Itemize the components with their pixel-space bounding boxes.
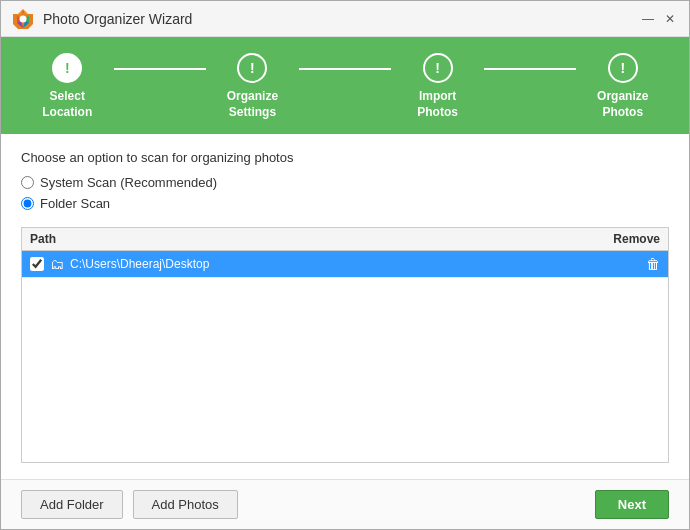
minimize-button[interactable]: — [639, 10, 657, 28]
step-import-photos[interactable]: ! ImportPhotos [391, 53, 484, 120]
footer: Add Folder Add Photos Next [1, 479, 689, 529]
step-2-label: OrganizeSettings [227, 89, 278, 120]
app-window: Photo Organizer Wizard — ✕ ! SelectLocat… [0, 0, 690, 530]
connector-1 [114, 68, 207, 70]
window-title: Photo Organizer Wizard [43, 11, 639, 27]
step-2-circle: ! [237, 53, 267, 83]
step-select-location[interactable]: ! SelectLocation [21, 53, 114, 120]
step-3-circle: ! [423, 53, 453, 83]
delete-row-button[interactable]: 🗑 [600, 256, 660, 272]
step-1-circle: ! [52, 53, 82, 83]
row-path: C:\Users\Dheeraj\Desktop [70, 257, 600, 271]
folder-scan-label[interactable]: Folder Scan [40, 196, 110, 211]
step-organize-photos[interactable]: ! OrganizePhotos [576, 53, 669, 120]
folder-icon: 🗂 [50, 256, 64, 272]
title-bar: Photo Organizer Wizard — ✕ [1, 1, 689, 37]
system-scan-label[interactable]: System Scan (Recommended) [40, 175, 217, 190]
wizard-steps: ! SelectLocation ! OrganizeSettings ! Im… [21, 53, 669, 120]
col-path-header: Path [30, 232, 600, 246]
footer-left-buttons: Add Folder Add Photos [21, 490, 595, 519]
step-4-label: OrganizePhotos [597, 89, 648, 120]
step-organize-settings[interactable]: ! OrganizeSettings [206, 53, 299, 120]
app-logo [11, 7, 35, 31]
add-folder-button[interactable]: Add Folder [21, 490, 123, 519]
step-3-label: ImportPhotos [417, 89, 458, 120]
connector-3 [484, 68, 577, 70]
folder-scan-radio[interactable] [21, 197, 34, 210]
step-4-circle: ! [608, 53, 638, 83]
connector-2 [299, 68, 392, 70]
table-header: Path Remove [22, 228, 668, 251]
table-row[interactable]: 🗂 C:\Users\Dheeraj\Desktop 🗑 [22, 251, 668, 278]
svg-point-2 [20, 15, 27, 22]
col-remove-header: Remove [600, 232, 660, 246]
row-checkbox[interactable] [30, 257, 44, 271]
scan-prompt: Choose an option to scan for organizing … [21, 150, 669, 165]
close-button[interactable]: ✕ [661, 10, 679, 28]
table-body: 🗂 C:\Users\Dheeraj\Desktop 🗑 [22, 251, 668, 462]
folder-scan-option[interactable]: Folder Scan [21, 196, 669, 211]
step-1-label: SelectLocation [42, 89, 92, 120]
main-content: Choose an option to scan for organizing … [1, 134, 689, 479]
window-controls: — ✕ [639, 10, 679, 28]
next-button[interactable]: Next [595, 490, 669, 519]
system-scan-option[interactable]: System Scan (Recommended) [21, 175, 669, 190]
folder-table: Path Remove 🗂 C:\Users\Dheeraj\Desktop 🗑 [21, 227, 669, 463]
system-scan-radio[interactable] [21, 176, 34, 189]
wizard-header: ! SelectLocation ! OrganizeSettings ! Im… [1, 37, 689, 134]
add-photos-button[interactable]: Add Photos [133, 490, 238, 519]
